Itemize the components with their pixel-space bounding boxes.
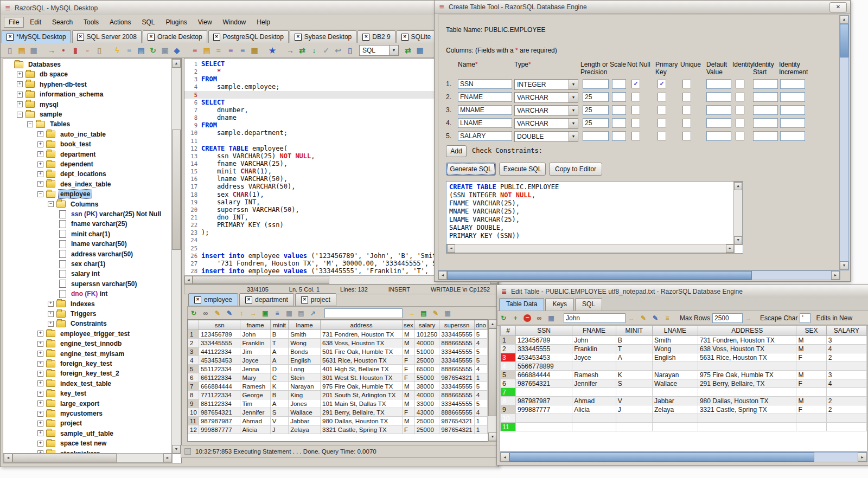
expand-icon[interactable]: +	[37, 441, 43, 447]
unique-checkbox[interactable]	[682, 80, 691, 88]
copy-object-icon[interactable]: ▣	[159, 45, 170, 56]
expand-icon[interactable]: +	[37, 181, 43, 187]
primary-key-checkbox[interactable]: ✓	[658, 80, 666, 88]
execute-sql-button[interactable]: Execute SQL	[499, 163, 546, 176]
column-name-input[interactable]: LNAME	[458, 118, 512, 128]
edit-table-cell[interactable]: 3321 Castle, Spring TX	[698, 405, 796, 414]
generated-sql-area[interactable]: CREATE TABLE PUBLIC.EMPLOYEE(SSN INTEGER…	[446, 181, 743, 254]
result-cell[interactable]: M	[402, 417, 414, 425]
result-tab-project[interactable]: ✕project	[295, 293, 336, 306]
edit-table-cell[interactable]	[572, 362, 616, 371]
edit-table-cell[interactable]: F	[796, 405, 826, 414]
edit-column-header[interactable]: ADDRESS	[698, 326, 796, 336]
result-cell[interactable]: 25000	[414, 425, 439, 434]
disconnect-icon[interactable]: •	[58, 45, 69, 56]
result-cell[interactable]: M	[402, 330, 414, 339]
menu-plugins[interactable]: Plugins	[161, 17, 192, 28]
edit-table-cell[interactable]: Jabbar	[653, 397, 698, 405]
default-value-input[interactable]	[706, 92, 731, 102]
scroll-left-icon[interactable]: ◄	[438, 271, 447, 280]
result-cell[interactable]: 5	[474, 382, 487, 391]
edit-table-cell[interactable]	[616, 414, 652, 423]
expand-icon[interactable]: +	[37, 351, 43, 357]
edit-cell-icon[interactable]: ✎	[225, 308, 234, 318]
tree-item-des-index-table[interactable]: +des_index_table	[3, 179, 112, 189]
edit-table-cell[interactable]: T	[616, 345, 652, 353]
edit-table-cell[interactable]: 4	[826, 379, 866, 388]
edit-table-cell[interactable]: 987987987	[516, 397, 572, 405]
result-cell[interactable]: 999887777	[199, 425, 240, 434]
window-hscroll-thumb[interactable]	[447, 271, 752, 280]
scroll-right-icon[interactable]: ►	[726, 244, 734, 253]
row-number-cell[interactable]: 3	[501, 353, 516, 362]
edit-table-cell[interactable]	[616, 388, 652, 397]
result-cell[interactable]: C	[270, 373, 288, 382]
transaction-icon[interactable]: ▯	[94, 45, 105, 56]
menu-window[interactable]: Window	[218, 17, 251, 28]
row-number-cell[interactable]: 1	[188, 330, 199, 339]
identity-increment-input[interactable]	[780, 79, 805, 89]
result-cell[interactable]: Jim	[240, 347, 270, 356]
result-cell[interactable]: 38000	[414, 382, 439, 391]
tree-item-tables[interactable]: −Tables	[3, 119, 72, 129]
edit-table-cell[interactable]: 975 Fire Oak, Humble TX	[698, 371, 796, 379]
result-cell[interactable]: King	[289, 391, 321, 399]
edit-column-header[interactable]: LNAME	[653, 326, 698, 336]
collapse-icon[interactable]: −	[37, 191, 43, 197]
edit-table-cell[interactable]: Jennifer	[572, 379, 616, 388]
result-cell[interactable]: Long	[289, 365, 321, 373]
tree-item-mysql[interactable]: +mysql	[3, 100, 60, 109]
generate-sql-button[interactable]: Generate SQL	[446, 163, 496, 176]
scroll-down-icon[interactable]: ▼	[488, 432, 497, 441]
identity-checkbox[interactable]	[736, 93, 744, 101]
result-cell[interactable]: 5	[474, 330, 487, 339]
result-cell[interactable]: 33000	[414, 399, 439, 408]
menu-help[interactable]: Help	[252, 17, 275, 28]
result-cell[interactable]: 888665555	[439, 339, 475, 347]
execute-all-icon[interactable]: ⇄	[297, 45, 308, 56]
result-cell[interactable]: Alicia	[240, 425, 270, 434]
result-column-header[interactable]: ssn	[199, 320, 240, 330]
row-number-cell[interactable]: 7	[501, 388, 516, 397]
edit-table-cell[interactable]: M	[796, 345, 826, 353]
edit-table-cell[interactable]: Wallace	[653, 379, 698, 388]
edit-table-cell[interactable]: A	[616, 353, 652, 362]
not-null-checkbox[interactable]	[631, 106, 640, 114]
edit-table-cell[interactable]: M	[796, 336, 826, 345]
identity-checkbox[interactable]	[736, 132, 744, 140]
edit-table-cell[interactable]: 4	[826, 345, 866, 353]
result-row[interactable]: 12999887777AliciaJZelaya3321 Castle, Spr…	[188, 425, 488, 434]
edit-search-input[interactable]: John	[564, 313, 626, 323]
tree-item-fname-varchar-25[interactable]: fname varchar(25)	[3, 219, 129, 229]
tab-keys[interactable]: Keys	[545, 298, 574, 311]
result-cell[interactable]: 51000	[414, 347, 439, 356]
sql-history-icon[interactable]: ≡	[225, 45, 236, 56]
result-cell[interactable]: 666884444	[199, 382, 240, 391]
result-column-header[interactable]: salary	[414, 320, 439, 330]
edit-table-row[interactable]: 10	[501, 414, 867, 423]
length-precision-input[interactable]: 25	[583, 105, 609, 115]
menu-sql[interactable]: SQL	[137, 17, 159, 28]
tree-item-salary-int[interactable]: salary int	[3, 269, 101, 279]
tree-vertical-scrollbar[interactable]: ▲ ▼	[171, 59, 181, 454]
length-precision-input[interactable]: 25	[583, 92, 609, 102]
result-cell[interactable]: M	[402, 339, 414, 347]
result-row[interactable]: 10987654321JenniferSWallace291 Berry, Be…	[188, 408, 488, 417]
expand-icon[interactable]: +	[17, 101, 23, 107]
connection-tab-oracle-desktop[interactable]: ✕Oracle Desktop	[143, 30, 207, 43]
connection-tab-postgresql-desktop[interactable]: ✕PostgreSQL Desktop	[208, 30, 289, 43]
result-cell[interactable]: 201 South St, Arlington TX	[321, 391, 403, 399]
result-cell[interactable]: F	[402, 425, 414, 434]
chevron-down-icon[interactable]: ▼	[569, 119, 578, 128]
expand-icon[interactable]: +	[37, 401, 43, 406]
collapse-icon[interactable]: −	[17, 112, 23, 118]
describe-columns-icon[interactable]: ≡	[272, 308, 282, 318]
undo-icon[interactable]: ↩	[333, 45, 343, 56]
copy-results-icon[interactable]: ▣	[260, 308, 270, 318]
result-cell[interactable]: English	[289, 356, 321, 365]
column-name-input[interactable]: SALARY	[458, 131, 512, 141]
tree-item-mycustomers[interactable]: +mycustomers	[3, 409, 104, 418]
result-cell[interactable]: Bonds	[289, 347, 321, 356]
expand-icon[interactable]: +	[48, 311, 54, 317]
result-row[interactable]: 4453453453JoyceAEnglish5631 Rice, Housto…	[188, 356, 488, 365]
